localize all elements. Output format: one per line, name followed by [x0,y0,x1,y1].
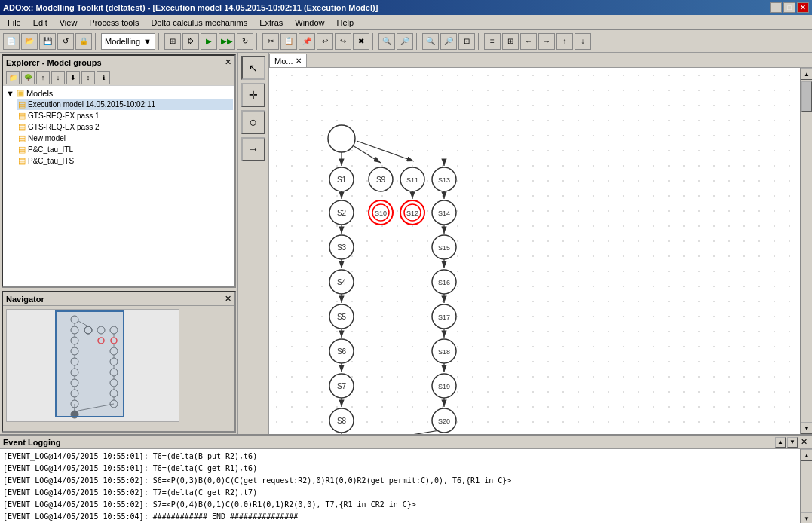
tree-item-2[interactable]: ▤ GTS-REQ-EX pass 2 [17,121,233,133]
log-scroll-down[interactable]: ▼ [787,437,798,448]
tree-root[interactable]: ▼ ▣ Models [5,87,233,99]
tb-move-down[interactable]: ↓ [575,33,591,50]
tree-item-3[interactable]: ▤ New model [17,133,233,144]
tb-delete[interactable]: ✖ [353,33,369,50]
tb-distribute[interactable]: ⊞ [502,33,519,50]
scroll-track-v[interactable] [801,80,812,422]
menu-file[interactable]: File [3,17,26,29]
menu-view[interactable]: View [55,17,82,29]
doc-icon-1: ▤ [18,111,26,121]
scroll-thumb-v[interactable] [801,81,812,112]
tb-zoom-out[interactable]: 🔎 [440,33,457,50]
explorer-tree: ▼ ▣ Models ▤ Execution model 14.05.2015-… [3,86,234,286]
exp-tb-3[interactable]: ↑ [36,71,50,84]
tb-zoom-in[interactable]: 🔍 [422,33,439,50]
arrow-tool[interactable]: → [241,137,265,161]
tb-save[interactable]: 💾 [39,33,56,50]
log-scroll-down-2[interactable]: ▼ [801,512,812,523]
tb-findnext[interactable]: 🔎 [397,33,413,50]
svg-text:S5: S5 [337,313,347,321]
tb-cut[interactable]: ✂ [262,33,279,50]
tb-copy[interactable]: 📋 [280,33,297,50]
exp-tb-6[interactable]: ↕ [81,71,95,84]
tb-zoom-fit[interactable]: ⊡ [458,33,475,50]
root-label: Models [26,89,53,98]
svg-text:S14: S14 [438,210,450,217]
title-bar-buttons: ─ □ ✕ [770,2,809,13]
canvas-wrapper: Mo... ✕ [269,53,812,434]
root-expand: ▼ [6,89,14,98]
item-label-1: GTS-REQ-EX pass 1 [28,112,99,120]
tb-paste[interactable]: 📌 [299,33,315,50]
event-log-content[interactable]: [EVENT_LOG@14/05/2015 10:55:01]: T6=(del… [0,449,800,523]
nav-viewport[interactable] [56,311,124,417]
tb-redo[interactable]: ↪ [335,33,351,50]
mode-dropdown[interactable]: Modelling ▼ [101,33,155,50]
menu-edit[interactable]: Edit [29,17,52,29]
tb-run-green[interactable]: ▶ [201,33,217,50]
tb-grid[interactable]: ⊞ [164,33,181,50]
menu-process-tools[interactable]: Process tools [84,17,143,29]
svg-text:S13: S13 [438,176,450,184]
dropdown-arrow[interactable]: ▼ [143,37,152,46]
log-close[interactable]: ✕ [799,437,809,448]
navigator-header: Navigator ✕ [3,292,234,306]
menu-window[interactable]: Window [290,17,329,29]
tb-align[interactable]: ≡ [484,33,501,50]
cross-tool[interactable]: ✛ [241,83,265,107]
tb-open[interactable]: 📂 [21,33,38,50]
tb-lock[interactable]: 🔒 [75,33,92,50]
tab-close-0[interactable]: ✕ [296,57,302,65]
navigator-canvas[interactable] [6,309,179,422]
restore-button[interactable]: □ [783,2,795,13]
exp-tb-5[interactable]: ⬇ [66,71,80,84]
navigator-title: Navigator [6,295,44,304]
exp-tb-1[interactable]: 📁 [6,71,20,84]
close-button[interactable]: ✕ [797,2,809,13]
explorer-close[interactable]: ✕ [225,57,231,67]
svg-line-43 [349,143,381,163]
svg-text:S18: S18 [438,348,450,356]
scroll-up[interactable]: ▲ [801,68,812,80]
menu-help[interactable]: Help [332,17,358,29]
select-tool[interactable]: ↖ [241,56,265,80]
tree-item-4[interactable]: ▤ P&C_tau_ITL [17,144,233,155]
svg-text:S4: S4 [337,278,347,286]
minimize-button[interactable]: ─ [770,2,782,13]
tree-item-0[interactable]: ▤ Execution model 14.05.2015-10:02:11 [17,99,233,110]
exp-tb-4[interactable]: ↓ [51,71,65,84]
tb-find[interactable]: 🔍 [378,33,395,50]
tb-move-right[interactable]: → [538,33,555,50]
tb-refresh[interactable]: ↺ [57,33,74,50]
scroll-down[interactable]: ▼ [801,422,812,434]
navigator: Navigator ✕ [2,291,236,433]
tree-item-5[interactable]: ▤ P&C_tau_ITS [17,155,233,167]
log-scroll-up-2[interactable]: ▲ [801,449,812,461]
toolbar: 📄 📂 💾 ↺ 🔒 Modelling ▼ ⊞ ⚙ ▶ ▶▶ ↻ ✂ 📋 📌 ↩… [0,30,812,53]
tb-spin[interactable]: ↻ [237,33,253,50]
tb-move-left[interactable]: ← [520,33,537,50]
menu-delta[interactable]: Delta calculus mechanims [146,17,252,29]
navigator-close[interactable]: ✕ [225,294,231,304]
tb-run2[interactable]: ▶▶ [219,33,235,50]
sep3 [256,33,259,50]
exp-tb-2[interactable]: 🌳 [21,71,35,84]
tb-move-up[interactable]: ↑ [556,33,573,50]
tb-undo[interactable]: ↩ [317,33,333,50]
svg-text:S7: S7 [337,382,347,390]
log-scroll-up[interactable]: ▲ [775,437,786,448]
log-scroll-track[interactable] [801,461,812,512]
left-panel: Explorer - Model groups ✕ 📁 🌳 ↑ ↓ ⬇ ↕ ℹ … [0,53,237,434]
circle-tool[interactable]: ○ [241,110,265,134]
canvas-tab-0[interactable]: Mo... ✕ [269,54,307,67]
menu-extras[interactable]: Extras [255,17,287,29]
explorer-title: Explorer - Model groups [6,58,102,67]
tree-item-1[interactable]: ▤ GTS-REQ-EX pass 1 [17,110,233,121]
tb-new[interactable]: 📄 [3,33,20,50]
mode-value: Modelling [105,37,140,46]
canvas-area[interactable]: S1 S2 S3 S4 S5 S6 [269,68,800,434]
event-log: Event Logging ▲ ▼ ✕ [EVENT_LOG@14/05/201… [0,434,812,523]
doc-icon-0: ▤ [18,99,26,109]
tb-gen[interactable]: ⚙ [182,33,199,50]
exp-tb-info[interactable]: ℹ [97,71,110,84]
